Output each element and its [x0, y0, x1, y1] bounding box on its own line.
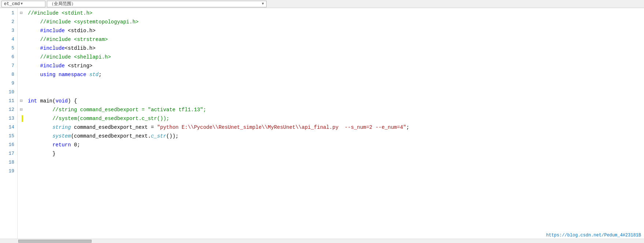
- gutter-cell-1[interactable]: ⊟: [18, 9, 25, 18]
- code-line-9: [28, 79, 644, 88]
- line-numbers: 12345678910111213141516171819: [0, 8, 18, 239]
- code-line-4: //#include <strstream>: [28, 35, 644, 44]
- token: #include: [40, 44, 65, 53]
- token: int: [28, 97, 37, 105]
- scope-box[interactable]: （全局范围） ▼: [47, 1, 267, 7]
- gutter-cell-4: [18, 35, 25, 44]
- scope-dropdown-arrow[interactable]: ▼: [262, 2, 264, 6]
- line-number-14: 14: [0, 123, 14, 132]
- gutter-cell-17: [18, 149, 25, 158]
- code-line-19: [28, 167, 644, 176]
- token: [28, 141, 52, 149]
- gutter-cell-15: [18, 132, 25, 141]
- gutter: ⊟⊟⊟: [18, 8, 25, 239]
- gutter-cell-3: [18, 26, 25, 35]
- line-number-13: 13: [0, 114, 14, 123]
- filename-label: et_cmd: [4, 1, 20, 7]
- token: <stdio.h>: [65, 26, 96, 35]
- gutter-cell-10: [18, 88, 25, 97]
- gutter-cell-6: [18, 53, 25, 61]
- token: //system(command_esedbexport.c_str());: [28, 114, 169, 123]
- code-line-7: #include <string>: [28, 61, 644, 70]
- gutter-cell-18: [18, 158, 25, 167]
- line-number-18: 18: [0, 158, 14, 167]
- code-line-18: [28, 158, 644, 167]
- line-number-2: 2: [0, 18, 14, 26]
- line-number-5: 5: [0, 44, 14, 53]
- line-number-1: 1: [0, 9, 14, 18]
- token: }: [28, 149, 56, 158]
- token: //#include <systemtopologyapi.h>: [28, 18, 138, 26]
- token: [86, 70, 89, 79]
- code-line-17: }: [28, 149, 644, 158]
- gutter-cell-11[interactable]: ⊟: [18, 97, 25, 105]
- gutter-cell-19: [18, 167, 25, 176]
- gutter-cell-8: [18, 70, 25, 79]
- scrollbar-thumb[interactable]: [18, 240, 92, 243]
- line-number-6: 6: [0, 53, 14, 61]
- token: //#include <shellapi.h>: [28, 53, 111, 61]
- token: //string command_esedbexport =: [28, 105, 148, 114]
- token: (command_esedbexport_next.: [71, 132, 151, 141]
- token: ());: [166, 132, 179, 141]
- token: //#include <stdint.h>: [28, 9, 92, 18]
- token: namespace: [59, 70, 86, 79]
- token: ) {: [68, 97, 77, 105]
- line-number-9: 9: [0, 79, 14, 88]
- token: <stdlib.h>: [65, 44, 96, 53]
- code-lines[interactable]: //#include <stdint.h> //#include <system…: [25, 8, 644, 239]
- token: string: [52, 123, 71, 132]
- code-container: 12345678910111213141516171819 ⊟⊟⊟ //#inc…: [0, 8, 644, 239]
- code-line-10: [28, 88, 644, 97]
- code-line-5: #include<stdlib.h>: [28, 44, 644, 53]
- token: ;: [98, 70, 101, 79]
- scope-label: （全局范围）: [49, 1, 76, 7]
- gutter-cell-12[interactable]: ⊟: [18, 105, 25, 114]
- token: "python E:\\Pycode\\ResUnet_simple\\MyRe…: [157, 123, 406, 132]
- token: ;: [406, 123, 409, 132]
- token: [28, 26, 40, 35]
- line-number-12: 12: [0, 105, 14, 114]
- status-text: https://blog.csdn.net/Pedum_4#23181B: [546, 233, 641, 238]
- token: void: [56, 97, 68, 105]
- token: [56, 70, 59, 79]
- gutter-cell-5: [18, 44, 25, 53]
- line-number-4: 4: [0, 35, 14, 44]
- token: <string>: [65, 61, 93, 70]
- token: command_esedbexport_next =: [71, 123, 157, 132]
- filename-dropdown-arrow[interactable]: ▼: [21, 2, 23, 6]
- gutter-cell-13: [18, 114, 25, 123]
- top-bar-left: et_cmd ▼ （全局范围） ▼: [1, 1, 267, 7]
- code-line-6: //#include <shellapi.h>: [28, 53, 644, 61]
- line-number-11: 11: [0, 97, 14, 105]
- token: system: [52, 132, 71, 141]
- token: std: [89, 70, 98, 79]
- token: [28, 70, 40, 79]
- line-number-17: 17: [0, 149, 14, 158]
- line-number-3: 3: [0, 26, 14, 35]
- line-number-19: 19: [0, 167, 14, 176]
- gutter-cell-7: [18, 61, 25, 70]
- token: c_str: [151, 132, 166, 141]
- line-number-8: 8: [0, 70, 14, 79]
- token: #include: [40, 61, 65, 70]
- line-number-16: 16: [0, 141, 14, 149]
- gutter-cell-16: [18, 141, 25, 149]
- code-line-8: using namespace std;: [28, 70, 644, 79]
- gutter-cell-9: [18, 79, 25, 88]
- token: //#include <strstream>: [28, 35, 108, 44]
- token: "activate tfl1.13": [148, 105, 203, 114]
- token: main(: [37, 97, 55, 105]
- code-line-2: //#include <systemtopologyapi.h>: [28, 18, 644, 26]
- gutter-cell-2: [18, 18, 25, 26]
- token: [28, 61, 40, 70]
- token: [28, 123, 52, 132]
- filename-box[interactable]: et_cmd ▼: [1, 1, 45, 7]
- top-bar: et_cmd ▼ （全局范围） ▼: [0, 0, 644, 8]
- code-line-3: #include <stdio.h>: [28, 26, 644, 35]
- horizontal-scrollbar[interactable]: [0, 239, 644, 243]
- token: [28, 132, 52, 141]
- line-number-10: 10: [0, 88, 14, 97]
- code-line-13: //system(command_esedbexport.c_str());: [28, 114, 644, 123]
- code-line-1: //#include <stdint.h>: [28, 9, 644, 18]
